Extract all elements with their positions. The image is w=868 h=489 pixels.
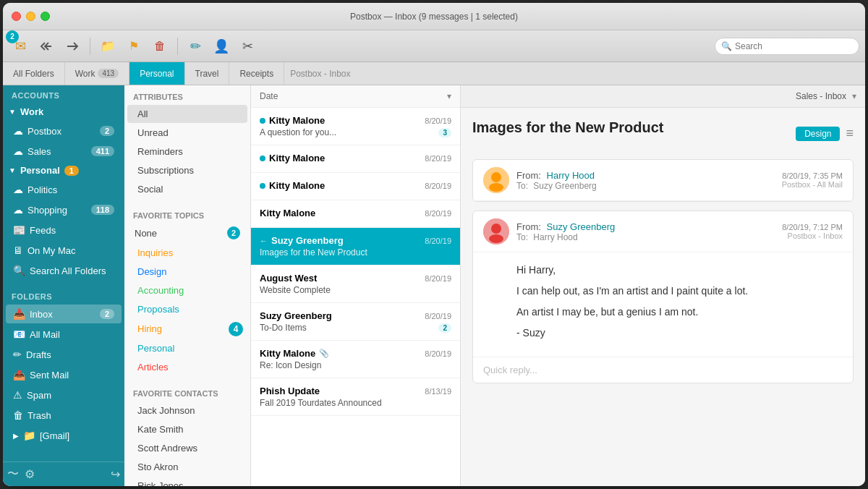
msg-date-6: 8/20/19	[425, 274, 451, 283]
computer-icon: 🖥	[13, 244, 23, 256]
tab-receipts[interactable]: Receipts	[229, 62, 284, 85]
search-icon: 🔍	[721, 41, 732, 51]
msg-subject-7: To-Do Items	[260, 323, 307, 333]
settings-icon[interactable]: ⚙	[25, 467, 35, 481]
sidebar-item-feeds[interactable]: 📰 Feeds	[6, 221, 122, 239]
msg-sender-3: Kitty Malone	[269, 180, 325, 191]
reply-all-button[interactable]	[35, 35, 58, 58]
sidebar-item-politics[interactable]: ☁ Politics	[6, 180, 122, 199]
filter-subscriptions[interactable]: Subscriptions	[127, 161, 247, 179]
flag-button[interactable]: ⚑	[122, 35, 145, 58]
email-msg-timestamp-1: 8/20/19, 7:35 PM Postbox - All Mail	[782, 171, 843, 189]
filter-topic-proposals[interactable]: Proposals	[127, 300, 247, 318]
postbox-count: 2	[100, 126, 114, 136]
sidebar-item-drafts[interactable]: ✏ Drafts	[6, 345, 122, 364]
sidebar-item-search-all[interactable]: 🔍 Search All Folders	[6, 261, 122, 280]
window-title: Postbox — Inbox (9 messages | 1 selected…	[350, 12, 518, 22]
accounts-header: Accounts	[3, 85, 124, 103]
email-msg-meta-2: From: Suzy Greenberg To: Harry Hood	[516, 221, 775, 242]
message-item-8[interactable]: Kitty Malone 📎 8/20/19 Re: Icon Design	[251, 341, 460, 378]
filter-topic-articles[interactable]: Articles	[127, 358, 247, 376]
gmail-chevron-icon: ▶	[13, 432, 19, 440]
sidebar-item-inbox[interactable]: 📥 Inbox 2	[6, 305, 122, 323]
notification-badge: 2	[6, 30, 19, 43]
message-list-sort-icon[interactable]: ▾	[447, 91, 451, 101]
message-item-6[interactable]: August West 8/20/19 Website Complete	[251, 265, 460, 303]
from-name-2: Suzy Greenberg	[547, 221, 616, 232]
personal-group-toggle[interactable]: ▼ Personal 1	[3, 161, 124, 179]
archive-button[interactable]: 📁	[96, 35, 119, 58]
message-list-header: Date ▾	[251, 85, 460, 108]
filter-all[interactable]: All	[127, 105, 247, 123]
email-msg-timestamp-2: 8/20/19, 7:12 PM Postbox - Inbox	[782, 223, 843, 240]
feeds-icon: 📰	[13, 224, 25, 236]
email-tag[interactable]: Design	[796, 127, 840, 141]
cloud-icon-2: ☁	[13, 145, 23, 157]
email-msg-header-1: From: Harry Hood To: Suzy Greenberg 8/20…	[473, 160, 853, 201]
work-group-toggle[interactable]: ▼ Work	[3, 103, 124, 121]
tab-work[interactable]: Work 413	[65, 62, 129, 85]
templates-button[interactable]: ✂	[236, 35, 259, 58]
msg-sender-8: Kitty Malone	[260, 348, 315, 359]
message-item-1[interactable]: Kitty Malone 8/20/19 A question for you.…	[251, 108, 460, 145]
sidebar-item-postbox[interactable]: ☁ Postbox 2	[6, 122, 122, 140]
filter-contact-rick-jones[interactable]: Rick Jones	[127, 477, 247, 486]
filter-topic-personal[interactable]: Personal	[127, 339, 247, 357]
filter-topic-design[interactable]: Design	[127, 263, 247, 281]
compose-new-button[interactable]: ✏	[184, 35, 207, 58]
from-label-2: From:	[516, 221, 541, 232]
message-item-4[interactable]: Kitty Malone 8/20/19	[251, 200, 460, 228]
sidebar-item-shopping[interactable]: ☁ Shopping 118	[6, 200, 122, 219]
tab-travel[interactable]: Travel	[185, 62, 230, 85]
postbox-label: Postbox	[27, 126, 95, 137]
email-message-1: From: Harry Hood To: Suzy Greenberg 8/20…	[472, 159, 854, 202]
sidebar-item-spam[interactable]: ⚠ Spam	[6, 386, 122, 404]
maximize-button[interactable]	[41, 12, 50, 21]
reading-pane-dropdown-icon[interactable]: ▾	[852, 91, 856, 101]
close-button[interactable]	[12, 12, 21, 21]
filter-contact-kate-smith[interactable]: Kate Smith	[127, 420, 247, 438]
add-account-icon[interactable]: ↪	[111, 467, 120, 481]
contacts-button[interactable]: 👤	[210, 35, 233, 58]
message-item-3[interactable]: Kitty Malone 8/20/19	[251, 173, 460, 200]
sidebar-item-gmail[interactable]: ▶ 📁 [Gmail]	[6, 426, 122, 445]
sidebar-item-trash[interactable]: 🗑 Trash	[6, 406, 122, 425]
filter-topic-inquiries[interactable]: Inquiries	[127, 244, 247, 262]
filter-contact-jack-johnson[interactable]: Jack Johnson	[127, 401, 247, 420]
message-item-5[interactable]: ← Suzy Greenberg 8/20/19 Images for the …	[251, 228, 460, 265]
folders-header: Folders	[3, 286, 124, 304]
personal-chevron-icon: ▼	[9, 166, 16, 174]
search-bar: 🔍	[715, 38, 859, 55]
tab-travel-label: Travel	[195, 69, 219, 79]
message-item-9[interactable]: Phish Update 8/13/19 Fall 2019 Tourdates…	[251, 378, 460, 416]
topics-header: Favorite Topics	[124, 204, 250, 223]
sidebar-item-on-my-mac[interactable]: 🖥 On My Mac	[6, 241, 122, 260]
email-menu-icon[interactable]: ≡	[846, 126, 854, 141]
sidebar-footer: 〜 ⚙ ↪	[3, 462, 124, 486]
filter-social[interactable]: Social	[127, 180, 247, 198]
filter-contact-sto-akron[interactable]: Sto Akron	[127, 458, 247, 476]
message-item-7[interactable]: Suzy Greenberg 8/20/19 To-Do Items 2	[251, 303, 460, 341]
email-msg-from-1: From: Harry Hood	[516, 170, 775, 181]
message-list: Date ▾ Kitty Malone 8/20/19 A question f…	[251, 85, 461, 486]
search-input[interactable]	[735, 41, 853, 51]
minimize-button[interactable]	[26, 12, 35, 21]
sidebar-item-sent-mail[interactable]: 📤 Sent Mail	[6, 365, 122, 384]
filter-contact-scott-andrews[interactable]: Scott Andrews	[127, 439, 247, 457]
filter-topic-accounting[interactable]: Accounting	[127, 281, 247, 299]
sidebar-item-sales[interactable]: ☁ Sales 411	[6, 142, 122, 161]
activity-icon[interactable]: 〜	[7, 467, 19, 482]
tab-personal-label: Personal	[140, 69, 174, 79]
message-item-2[interactable]: Kitty Malone 8/20/19	[251, 145, 460, 173]
tab-all-folders[interactable]: All Folders	[3, 62, 65, 85]
quick-reply[interactable]: Quick reply...	[473, 357, 853, 383]
sidebar-item-all-mail[interactable]: 📧 All Mail	[6, 325, 122, 344]
filter-topic-none[interactable]: None 2	[124, 223, 250, 243]
filter-reminders[interactable]: Reminders	[127, 143, 247, 161]
forward-button[interactable]	[61, 35, 84, 58]
msg-subject-1: A question for you...	[260, 127, 336, 137]
filter-unread[interactable]: Unread	[127, 124, 247, 142]
tab-personal[interactable]: Personal	[129, 62, 184, 85]
delete-button[interactable]: 🗑	[148, 35, 171, 58]
attributes-header: Attributes	[124, 85, 250, 104]
